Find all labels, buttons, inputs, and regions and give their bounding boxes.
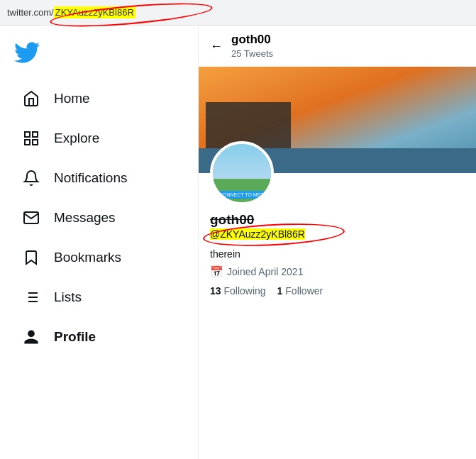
following-stat[interactable]: 13 Following [210,285,266,297]
mail-icon [21,208,41,228]
profile-username-header: goth00 [231,33,273,47]
explore-icon [21,128,41,148]
sidebar-item-lists[interactable]: Lists [7,279,191,316]
profile-handle: @ZKYAuzz2yKBl86R [210,228,305,240]
avatar-badge: CONNECT TO METAVERSE [216,191,274,199]
svg-rect-0 [25,132,30,137]
person-icon [21,327,41,347]
explore-label: Explore [54,131,99,146]
profile-joined: 📅 Joined April 2021 [210,265,465,278]
bookmarks-label: Bookmarks [54,250,121,265]
profile-topbar-info: goth00 25 Tweets [231,33,273,60]
address-bar[interactable]: twitter.com/ZKYAuzz2yKBl86R [0,0,476,26]
twitter-logo[interactable] [0,33,198,79]
profile-bio: therein [210,248,465,260]
joined-date: Joined April 2021 [227,266,303,277]
profile-topbar: ← goth00 25 Tweets [199,26,476,67]
avatar-ground: CONNECT TO METAVERSE [213,179,271,202]
following-count: 13 [210,285,221,297]
sidebar-item-home[interactable]: Home [7,80,191,117]
calendar-icon: 📅 [210,265,223,278]
profile-label: Profile [54,329,96,345]
sidebar-item-profile[interactable]: Profile [7,319,191,355]
notifications-label: Notifications [54,170,128,186]
url-highlighted: ZKYAuzz2yKBl86R [54,6,135,18]
bell-icon [21,168,41,188]
svg-rect-1 [33,132,38,137]
followers-stat[interactable]: 1 Follower [277,285,323,297]
profile-stats: 13 Following 1 Follower [210,285,465,297]
svg-rect-2 [33,140,38,145]
svg-rect-3 [25,140,30,145]
url-prefix: twitter.com/ [7,7,54,18]
profile-display-name: goth00 [210,212,465,228]
messages-label: Messages [54,210,116,226]
profile-info: goth00 @ZKYAuzz2yKBl86R therein 📅 Joined… [199,212,476,305]
back-button[interactable]: ← [210,39,223,54]
following-label-text: Following [223,285,265,297]
sidebar: Home Explore Notifications [0,26,199,459]
home-label: Home [54,91,90,106]
followers-label-text: Follower [285,285,323,297]
main-container: Home Explore Notifications [0,26,476,459]
sidebar-item-notifications[interactable]: Notifications [7,160,191,197]
list-icon [21,287,41,307]
tweet-count: 25 Tweets [231,48,273,59]
lists-label: Lists [54,289,82,305]
avatar: CONNECT TO METAVERSE [210,141,274,205]
sidebar-item-explore[interactable]: Explore [7,120,191,157]
followers-count: 1 [277,285,283,297]
sidebar-item-bookmarks[interactable]: Bookmarks [7,239,191,276]
avatar-sky [213,144,271,179]
right-panel: ← goth00 25 Tweets CONNECT TO METAVERSE [199,26,476,459]
avatar-section: CONNECT TO METAVERSE [199,141,476,205]
home-icon [21,89,41,109]
bookmark-icon [21,248,41,267]
sidebar-item-messages[interactable]: Messages [7,199,191,236]
